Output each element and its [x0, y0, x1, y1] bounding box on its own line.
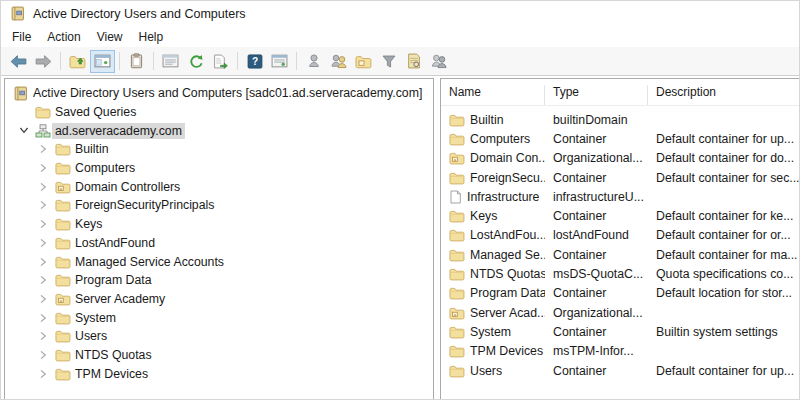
- tree-item-label: Program Data: [72, 272, 155, 288]
- new-group-button[interactable]: [326, 50, 351, 73]
- tree-item-ad-serveracademy-com[interactable]: ad.serveracademy.com: [5, 121, 433, 140]
- chevron-collapsed-icon[interactable]: [39, 257, 55, 267]
- list-item-keys[interactable]: KeysContainerDefault container for ke...: [441, 206, 799, 225]
- menu-help[interactable]: Help: [131, 28, 172, 46]
- window-button[interactable]: [267, 50, 292, 73]
- cell-description: Default container for ke...: [648, 209, 799, 223]
- tree-item-lostandfound[interactable]: LostAndFound: [5, 234, 433, 253]
- chevron-collapsed-icon[interactable]: [39, 313, 55, 323]
- item-name: Program Data: [470, 286, 545, 300]
- tree-item-system[interactable]: System: [5, 308, 433, 327]
- chevron-collapsed-icon[interactable]: [39, 182, 55, 192]
- list-item-server-acad[interactable]: aServer Acad...Organizational...: [441, 303, 799, 322]
- ou-folder-icon: a: [449, 306, 465, 320]
- list-item-builtin[interactable]: BuiltinbuiltinDomain: [441, 110, 799, 129]
- chevron-collapsed-icon[interactable]: [39, 350, 55, 360]
- up-one-level-button[interactable]: [65, 50, 90, 73]
- new-ou-button[interactable]: [351, 50, 376, 73]
- tree-item-label: Keys: [72, 216, 105, 232]
- item-name: ForeignSecu...: [470, 171, 545, 185]
- cell-name: Users: [441, 364, 545, 378]
- cell-name: System: [441, 325, 545, 339]
- app-icon: [10, 6, 25, 21]
- new-user-button[interactable]: [301, 50, 326, 73]
- list-item-program-data[interactable]: Program DataContainerDefault location fo…: [441, 284, 799, 303]
- show-console-tree-button[interactable]: [90, 50, 115, 73]
- folder-icon: [55, 198, 72, 212]
- item-name: Domain Con...: [470, 151, 545, 165]
- filter-icon: [381, 54, 397, 69]
- menu-view[interactable]: View: [89, 28, 131, 46]
- cell-name: Infrastructure: [441, 190, 545, 204]
- cell-type: Organizational...: [545, 151, 648, 165]
- refresh-button[interactable]: [183, 50, 208, 73]
- list-item-computers[interactable]: ComputersContainerDefault container for …: [441, 129, 799, 148]
- tree-item-domain-controllers[interactable]: aDomain Controllers: [5, 177, 433, 196]
- tree-item-computers[interactable]: Computers: [5, 159, 433, 178]
- cell-description: Default container for do...: [648, 151, 799, 165]
- tree-item-program-data[interactable]: Program Data: [5, 271, 433, 290]
- list-item-managed-se[interactable]: Managed Se...ContainerDefault container …: [441, 245, 799, 264]
- cell-type: builtinDomain: [545, 113, 648, 127]
- chevron-collapsed-icon[interactable]: [39, 331, 55, 341]
- forward-icon: [34, 54, 53, 69]
- set-filter-button[interactable]: [376, 50, 401, 73]
- toolbar-separator: [296, 52, 297, 70]
- tree-item-keys[interactable]: Keys: [5, 215, 433, 234]
- list-window-icon: [162, 54, 179, 68]
- domain-icon: [35, 124, 52, 138]
- chevron-collapsed-icon[interactable]: [39, 219, 55, 229]
- back-button[interactable]: [6, 50, 31, 73]
- column-header-description[interactable]: Description: [648, 85, 799, 105]
- list-item-lostandfou[interactable]: LostAndFou...lostAndFoundDefault contain…: [441, 226, 799, 245]
- cell-type: msDS-QuotaC...: [545, 267, 648, 281]
- folder-icon: [449, 132, 465, 146]
- list-item-tpm-devices[interactable]: TPM DevicesmsTPM-Infor...: [441, 342, 799, 361]
- folder-icon: [449, 228, 465, 242]
- chevron-collapsed-icon[interactable]: [39, 238, 55, 248]
- chevron-collapsed-icon[interactable]: [39, 144, 55, 154]
- help-button[interactable]: ?: [242, 50, 267, 73]
- new-user-icon: [306, 53, 322, 69]
- toolbar-separator: [153, 52, 154, 70]
- cell-name: Computers: [441, 132, 545, 146]
- item-name: NTDS Quotas: [470, 267, 545, 281]
- tree-item-builtin[interactable]: Builtin: [5, 140, 433, 159]
- list-item-foreignsecu[interactable]: ForeignSecu...ContainerDefault container…: [441, 168, 799, 187]
- chevron-collapsed-icon[interactable]: [39, 369, 55, 379]
- menu-file[interactable]: File: [4, 28, 39, 46]
- list-window-button[interactable]: [158, 50, 183, 73]
- chevron-collapsed-icon[interactable]: [39, 163, 55, 173]
- cell-type: lostAndFound: [545, 228, 648, 242]
- list-item-infrastructure[interactable]: InfrastructureinfrastructureU...: [441, 187, 799, 206]
- tree-item-foreignsecurityprincipals[interactable]: ForeignSecurityPrincipals: [5, 196, 433, 215]
- list-item-ntds-quotas[interactable]: NTDS QuotasmsDS-QuotaC...Quota specifica…: [441, 264, 799, 283]
- tree-item-saved-queries[interactable]: Saved Queries: [5, 103, 433, 122]
- page-icon: [449, 190, 462, 204]
- properties-button[interactable]: [124, 50, 149, 73]
- column-header-name[interactable]: Name: [441, 85, 545, 105]
- menu-action[interactable]: Action: [39, 28, 88, 46]
- tree-item-active-directory-users-and-computers-sad[interactable]: Active Directory Users and Computers [sa…: [5, 84, 433, 103]
- tree-item-ntds-quotas[interactable]: NTDS Quotas: [5, 346, 433, 365]
- tree-item-managed-service-accounts[interactable]: Managed Service Accounts: [5, 252, 433, 271]
- column-header-type[interactable]: Type: [545, 85, 648, 105]
- forward-button[interactable]: [31, 50, 56, 73]
- new-ou-icon: [355, 54, 372, 69]
- chevron-collapsed-icon[interactable]: [39, 200, 55, 210]
- chevron-collapsed-icon[interactable]: [39, 275, 55, 285]
- aduc-window: Active Directory Users and Computers Fil…: [0, 0, 800, 400]
- chevron-collapsed-icon[interactable]: [39, 294, 55, 304]
- export-list-button[interactable]: [208, 50, 233, 73]
- special-group-button[interactable]: [426, 50, 451, 73]
- tree-item-tpm-devices[interactable]: TPM Devices: [5, 364, 433, 383]
- find-button[interactable]: [401, 50, 426, 73]
- list-item-domain-con[interactable]: aDomain Con...Organizational...Default c…: [441, 149, 799, 168]
- item-name: Keys: [470, 209, 497, 223]
- chevron-expanded-icon[interactable]: [19, 126, 35, 135]
- tree-item-users[interactable]: Users: [5, 327, 433, 346]
- book-icon: [13, 86, 30, 101]
- list-item-system[interactable]: SystemContainerBuiltin system settings: [441, 322, 799, 341]
- tree-item-server-academy[interactable]: aServer Academy: [5, 290, 433, 309]
- list-item-users[interactable]: UsersContainerDefault container for up..…: [441, 361, 799, 380]
